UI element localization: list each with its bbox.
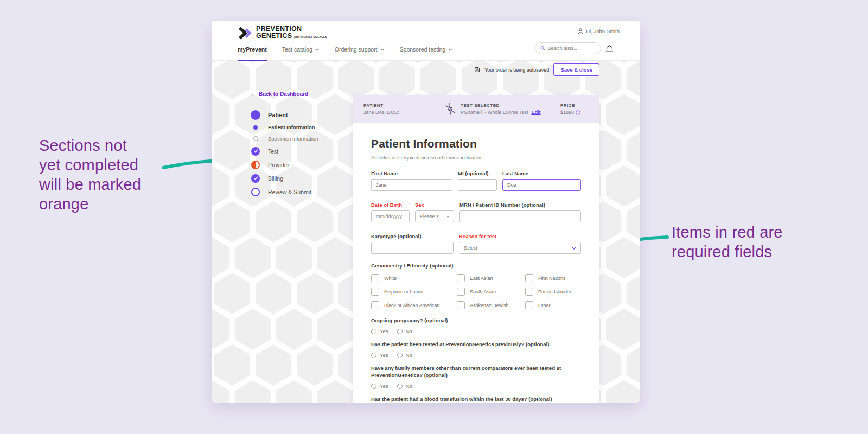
checkbox-label: First Nations <box>538 276 566 281</box>
step-review-submit[interactable]: Review & Submit <box>251 185 318 199</box>
summary-test-value: PGxome® - Whole Exome Test <box>461 110 528 115</box>
dob-input[interactable] <box>371 210 410 222</box>
chevron-down-icon <box>380 48 385 51</box>
summary-patient-label: PATIENT <box>363 103 444 108</box>
checkbox-black-or-african-american[interactable]: Black or African American <box>371 301 457 309</box>
reason-for-test-select[interactable]: Select <box>459 242 581 254</box>
sex-select[interactable]: Please selec... <box>415 210 454 222</box>
checkbox-south-asian[interactable]: South Asian <box>457 288 525 296</box>
save-close-button[interactable]: Save & close <box>553 63 599 76</box>
checkbox-first-nations[interactable]: First Nations <box>525 274 581 282</box>
radio-label: No <box>406 383 412 389</box>
step-current-icon <box>251 110 260 120</box>
question-label: Have any family members other than curre… <box>371 365 573 379</box>
checkbox-label: Other <box>538 303 551 308</box>
user-menu[interactable]: Hi, John Smith <box>578 28 620 34</box>
sex-select-value: Please selec... <box>420 214 444 219</box>
radio-pregnancy-yes[interactable]: Yes <box>371 328 388 334</box>
step-label: Specimen Information <box>268 136 318 142</box>
nav-label: Ordering support <box>335 46 378 53</box>
summary-test-label: TEST SELECTED <box>461 103 541 108</box>
step-pending-ring-icon <box>253 136 258 141</box>
form-title: Patient Information <box>371 137 581 150</box>
order-stepper: Patient Patient Information Specimen Inf… <box>251 108 318 199</box>
checkbox-other[interactable]: Other <box>525 301 581 309</box>
logo-line2: GENETICS <box>256 33 292 40</box>
nav-myprevent[interactable]: myPrevent <box>238 46 267 55</box>
step-billing[interactable]: Billing <box>251 171 318 185</box>
checkbox-east-asian[interactable]: East Asian <box>457 274 525 282</box>
cart-bag-icon[interactable] <box>606 44 613 52</box>
checkbox-icon <box>457 301 465 309</box>
checkbox-icon <box>371 288 379 296</box>
radio-pregnancy-no[interactable]: No <box>397 328 412 334</box>
mi-input[interactable] <box>458 179 497 191</box>
nav-label: Test catalog <box>282 46 312 53</box>
nav-sponsored-testing[interactable]: Sponsored testing <box>400 46 453 55</box>
annotation-required-red: Items in red are required fields <box>672 222 783 261</box>
content-area: Your order is being autosaved Save & clo… <box>212 61 640 403</box>
step-upcoming-ring-icon <box>251 188 260 196</box>
mi-label: MI (optional) <box>458 170 497 176</box>
back-to-dashboard-link[interactable]: ← Back to Dashboard <box>251 91 308 97</box>
order-form-card: PATIENT Jane Doe, DOB: TEST SELECTED <box>353 95 599 403</box>
checkbox-ashkenazi-jewish[interactable]: Ashkenazi Jewish <box>457 301 525 309</box>
chevron-down-icon <box>315 48 320 51</box>
step-incomplete-orange-icon <box>251 161 260 169</box>
radio-family-tested-no[interactable]: No <box>397 383 412 389</box>
ethnicity-group-label: Geoancestry / Ethnicity (optional) <box>371 263 581 269</box>
info-icon[interactable] <box>576 110 580 115</box>
summary-test: TEST SELECTED PGxome® - Whole Exome Test… <box>444 102 560 116</box>
radio-label: Yes <box>380 328 388 334</box>
mrn-input[interactable] <box>459 210 581 222</box>
annotation-line: Items in red are <box>672 222 783 242</box>
form-subtitle: All fields are required unless otherwise… <box>371 155 581 161</box>
app-window: PREVENTION GENETICS part of EXACT SCIENC… <box>212 21 640 403</box>
radio-icon <box>397 384 403 389</box>
checkbox-icon <box>371 301 379 309</box>
user-greeting-text: Hi, John Smith <box>586 28 620 34</box>
karyotype-input[interactable] <box>371 242 454 254</box>
chevron-down-icon <box>446 215 449 218</box>
checkbox-pacific-islander[interactable]: Pacific Islander <box>525 288 581 296</box>
checkbox-hispanic-or-latino[interactable]: Hispanic or Latino <box>371 288 457 296</box>
question-label: Has the patient been tested at Preventio… <box>371 341 573 348</box>
search-input[interactable] <box>548 46 596 51</box>
reason-for-test-label: Reason for test <box>459 233 581 239</box>
radio-icon <box>371 384 376 389</box>
radio-tested-previously-no[interactable]: No <box>397 352 412 358</box>
checkbox-icon <box>371 274 379 282</box>
dna-icon <box>444 102 457 116</box>
last-name-input[interactable] <box>502 179 581 191</box>
nav-label: myPrevent <box>238 46 267 53</box>
radio-tested-previously-yes[interactable]: Yes <box>371 352 388 358</box>
chevron-down-icon <box>448 48 452 51</box>
back-arrow-icon: ← <box>251 91 256 97</box>
step-specimen-information[interactable]: Specimen Information <box>251 133 318 144</box>
radio-family-tested-yes[interactable]: Yes <box>371 383 388 389</box>
first-name-input[interactable] <box>371 179 452 191</box>
reason-select-value: Select <box>464 245 477 251</box>
edit-test-link[interactable]: Edit <box>532 110 541 115</box>
checkbox-white[interactable]: White <box>371 274 457 282</box>
save-disk-icon <box>474 67 480 73</box>
annotation-sections-orange: Sections not yet completed will be marke… <box>39 136 141 214</box>
radio-label: No <box>406 328 412 334</box>
brand-logo[interactable]: PREVENTION GENETICS part of EXACT SCIENC… <box>238 25 327 41</box>
question-family-members-tested: Have any family members other than curre… <box>371 365 581 389</box>
autosave-message: Your order is being autosaved <box>484 67 549 73</box>
annotation-line: Sections not <box>39 136 141 155</box>
nav-test-catalog[interactable]: Test catalog <box>282 46 320 55</box>
step-patient[interactable]: Patient <box>251 108 318 122</box>
search-box[interactable] <box>535 42 601 54</box>
first-name-label: First Name <box>371 170 452 176</box>
step-patient-information[interactable]: Patient Information <box>251 122 318 133</box>
step-provider[interactable]: Provider <box>251 158 318 171</box>
radio-label: No <box>406 352 412 358</box>
mrn-label: MRN / Patient ID Number (optional) <box>459 202 581 207</box>
step-label: Review & Submit <box>268 189 311 195</box>
summary-patient: PATIENT Jane Doe, DOB: <box>363 103 444 115</box>
user-icon <box>578 28 583 34</box>
step-test[interactable]: Test <box>251 144 318 158</box>
nav-ordering-support[interactable]: Ordering support <box>335 46 385 55</box>
